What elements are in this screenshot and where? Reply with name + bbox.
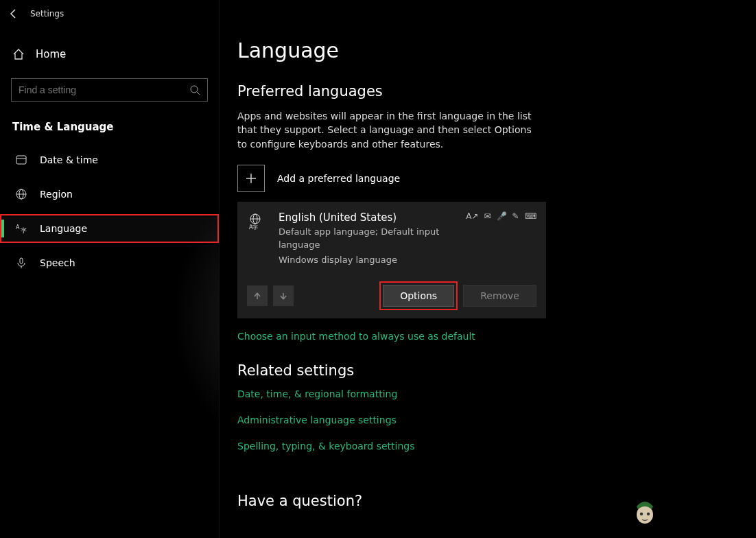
app-title: Settings bbox=[30, 9, 64, 19]
clock-icon bbox=[15, 154, 27, 166]
svg-point-22 bbox=[647, 513, 650, 515]
language-pack-icon: A字 bbox=[247, 211, 266, 267]
globe-icon bbox=[15, 188, 27, 200]
nav-date-time[interactable]: Date & time bbox=[0, 145, 219, 174]
search-box[interactable] bbox=[11, 78, 208, 102]
category-title: Time & Language bbox=[0, 114, 219, 145]
keyboard-icon: ⌨ bbox=[525, 211, 536, 267]
add-language-button[interactable]: Add a preferred language bbox=[237, 165, 756, 192]
preferred-languages-desc: Apps and websites will appear in the fir… bbox=[237, 109, 539, 151]
language-subtitle-2: Windows display language bbox=[279, 253, 453, 267]
home-icon bbox=[12, 48, 25, 60]
related-link[interactable]: Date, time, & regional formatting bbox=[237, 388, 756, 399]
plus-icon bbox=[237, 165, 265, 192]
home-nav[interactable]: Home bbox=[0, 40, 219, 69]
move-down-button bbox=[273, 285, 294, 306]
nav-label: Language bbox=[40, 223, 87, 234]
have-a-question-title: Have a question? bbox=[237, 493, 756, 509]
language-features: A↗ ✉ 🎤 ✎ ⌨ bbox=[466, 211, 536, 267]
voice-icon: 🎤 bbox=[497, 211, 507, 267]
move-up-button bbox=[247, 285, 268, 306]
svg-line-5 bbox=[197, 92, 200, 95]
nav-speech[interactable]: Speech bbox=[0, 248, 219, 277]
home-label: Home bbox=[36, 48, 66, 60]
speech-recognition-icon: ✉ bbox=[484, 211, 491, 267]
svg-rect-6 bbox=[16, 156, 26, 164]
add-language-label: Add a preferred language bbox=[277, 173, 400, 184]
language-item[interactable]: A字 English (United States) Default app l… bbox=[237, 202, 546, 319]
nav-label: Date & time bbox=[40, 154, 98, 165]
mascot-icon bbox=[630, 491, 660, 526]
svg-text:字: 字 bbox=[21, 227, 27, 234]
related-link[interactable]: Administrative language settings bbox=[237, 414, 756, 425]
nav-label: Region bbox=[40, 189, 73, 200]
search-icon bbox=[189, 84, 200, 95]
svg-text:A: A bbox=[16, 224, 20, 231]
language-name: English (United States) bbox=[279, 211, 453, 224]
mic-icon bbox=[15, 257, 27, 269]
related-link[interactable]: Spelling, typing, & keyboard settings bbox=[237, 441, 756, 452]
svg-text:A字: A字 bbox=[249, 224, 258, 231]
nav-label: Speech bbox=[40, 257, 75, 268]
input-method-link[interactable]: Choose an input method to always use as … bbox=[237, 331, 756, 342]
text-to-speech-icon: A↗ bbox=[466, 211, 478, 267]
language-subtitle: Default app language; Default input lang… bbox=[279, 225, 453, 252]
remove-button: Remove bbox=[463, 285, 536, 307]
language-icon: A字 bbox=[15, 222, 27, 235]
options-button[interactable]: Options bbox=[383, 285, 454, 307]
svg-point-4 bbox=[191, 86, 198, 93]
back-button[interactable] bbox=[5, 5, 22, 22]
preferred-languages-title: Preferred languages bbox=[237, 83, 756, 100]
page-title: Language bbox=[237, 38, 756, 62]
svg-rect-13 bbox=[20, 258, 23, 264]
svg-point-21 bbox=[640, 513, 643, 515]
related-settings-title: Related settings bbox=[237, 362, 756, 379]
nav-region[interactable]: Region bbox=[0, 180, 219, 209]
nav-language[interactable]: A字 Language bbox=[0, 214, 219, 243]
search-input[interactable] bbox=[19, 84, 169, 95]
handwriting-icon: ✎ bbox=[512, 211, 519, 267]
